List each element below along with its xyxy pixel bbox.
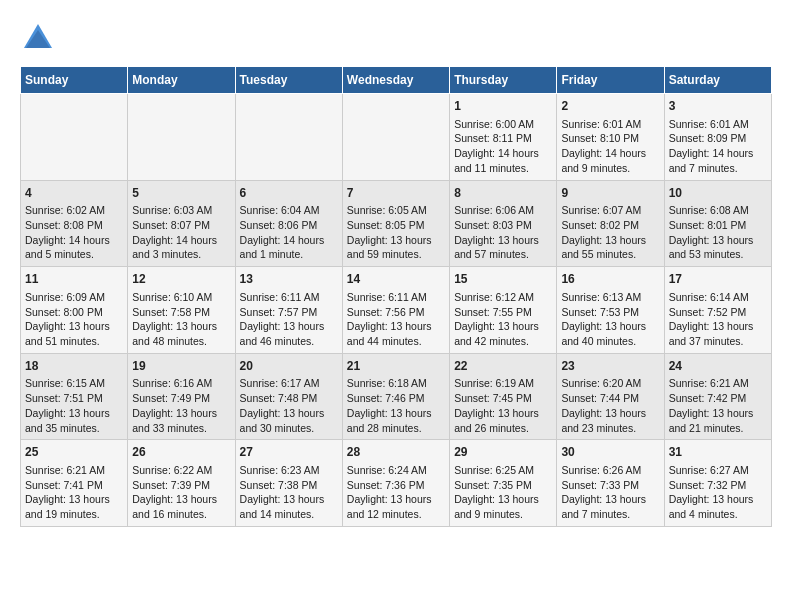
day-info: Daylight: 13 hours [561,233,659,248]
day-number: 26 [132,444,230,461]
day-info: and 4 minutes. [669,507,767,522]
calendar-table: SundayMondayTuesdayWednesdayThursdayFrid… [20,66,772,527]
calendar-cell: 29Sunrise: 6:25 AMSunset: 7:35 PMDayligh… [450,440,557,527]
day-info: Sunset: 8:07 PM [132,218,230,233]
day-info: Sunrise: 6:17 AM [240,376,338,391]
day-info: and 7 minutes. [669,161,767,176]
day-info: Sunset: 7:51 PM [25,391,123,406]
calendar-cell [128,94,235,181]
day-header-wednesday: Wednesday [342,67,449,94]
day-info: Sunrise: 6:01 AM [561,117,659,132]
day-number: 21 [347,358,445,375]
day-info: Sunset: 8:05 PM [347,218,445,233]
day-info: Sunset: 7:32 PM [669,478,767,493]
day-info: Daylight: 13 hours [132,492,230,507]
day-info: and 48 minutes. [132,334,230,349]
calendar-cell: 22Sunrise: 6:19 AMSunset: 7:45 PMDayligh… [450,353,557,440]
day-number: 14 [347,271,445,288]
day-info: Daylight: 13 hours [347,492,445,507]
day-info: Sunset: 8:02 PM [561,218,659,233]
day-info: Sunrise: 6:01 AM [669,117,767,132]
day-info: Daylight: 13 hours [240,319,338,334]
calendar-cell: 31Sunrise: 6:27 AMSunset: 7:32 PMDayligh… [664,440,771,527]
day-number: 18 [25,358,123,375]
day-number: 27 [240,444,338,461]
day-info: Sunrise: 6:10 AM [132,290,230,305]
day-info: Daylight: 14 hours [561,146,659,161]
day-info: and 14 minutes. [240,507,338,522]
day-info: Sunset: 7:49 PM [132,391,230,406]
day-info: Sunset: 7:55 PM [454,305,552,320]
day-info: Sunset: 8:09 PM [669,131,767,146]
day-info: and 42 minutes. [454,334,552,349]
day-info: and 1 minute. [240,247,338,262]
calendar-week-2: 4Sunrise: 6:02 AMSunset: 8:08 PMDaylight… [21,180,772,267]
day-info: Sunrise: 6:27 AM [669,463,767,478]
page-header [20,20,772,56]
day-info: Sunrise: 6:15 AM [25,376,123,391]
day-info: Sunset: 8:03 PM [454,218,552,233]
day-info: and 12 minutes. [347,507,445,522]
day-info: Sunrise: 6:22 AM [132,463,230,478]
day-info: and 55 minutes. [561,247,659,262]
day-number: 6 [240,185,338,202]
day-info: Sunrise: 6:21 AM [25,463,123,478]
logo-icon [20,20,56,56]
day-info: Sunset: 7:39 PM [132,478,230,493]
calendar-cell: 3Sunrise: 6:01 AMSunset: 8:09 PMDaylight… [664,94,771,181]
day-info: Sunset: 7:46 PM [347,391,445,406]
day-number: 2 [561,98,659,115]
day-info: Sunrise: 6:14 AM [669,290,767,305]
calendar-cell: 12Sunrise: 6:10 AMSunset: 7:58 PMDayligh… [128,267,235,354]
day-info: Sunset: 8:08 PM [25,218,123,233]
day-number: 25 [25,444,123,461]
calendar-cell: 19Sunrise: 6:16 AMSunset: 7:49 PMDayligh… [128,353,235,440]
day-info: Daylight: 13 hours [347,233,445,248]
day-info: Daylight: 13 hours [669,492,767,507]
day-header-monday: Monday [128,67,235,94]
day-info: Daylight: 13 hours [561,492,659,507]
day-info: and 53 minutes. [669,247,767,262]
day-info: Daylight: 14 hours [132,233,230,248]
calendar-cell: 13Sunrise: 6:11 AMSunset: 7:57 PMDayligh… [235,267,342,354]
day-number: 1 [454,98,552,115]
day-info: Sunset: 7:52 PM [669,305,767,320]
calendar-cell: 15Sunrise: 6:12 AMSunset: 7:55 PMDayligh… [450,267,557,354]
day-info: Daylight: 14 hours [240,233,338,248]
day-info: Daylight: 13 hours [347,319,445,334]
day-info: Daylight: 13 hours [454,233,552,248]
day-info: Sunrise: 6:16 AM [132,376,230,391]
day-info: Sunset: 8:01 PM [669,218,767,233]
calendar-cell: 4Sunrise: 6:02 AMSunset: 8:08 PMDaylight… [21,180,128,267]
day-info: Daylight: 13 hours [25,492,123,507]
day-info: Sunrise: 6:06 AM [454,203,552,218]
calendar-header-row: SundayMondayTuesdayWednesdayThursdayFrid… [21,67,772,94]
calendar-cell: 27Sunrise: 6:23 AMSunset: 7:38 PMDayligh… [235,440,342,527]
day-header-thursday: Thursday [450,67,557,94]
day-info: Daylight: 13 hours [454,492,552,507]
day-info: Sunrise: 6:19 AM [454,376,552,391]
day-info: Sunset: 7:44 PM [561,391,659,406]
day-info: Daylight: 13 hours [132,406,230,421]
calendar-week-1: 1Sunrise: 6:00 AMSunset: 8:11 PMDaylight… [21,94,772,181]
day-info: Daylight: 13 hours [669,406,767,421]
day-info: Sunrise: 6:12 AM [454,290,552,305]
calendar-cell: 7Sunrise: 6:05 AMSunset: 8:05 PMDaylight… [342,180,449,267]
day-info: Sunset: 8:00 PM [25,305,123,320]
day-info: Sunset: 7:53 PM [561,305,659,320]
day-number: 11 [25,271,123,288]
day-info: and 37 minutes. [669,334,767,349]
day-info: Daylight: 14 hours [25,233,123,248]
day-info: and 28 minutes. [347,421,445,436]
day-number: 23 [561,358,659,375]
day-info: Daylight: 13 hours [347,406,445,421]
day-info: Sunrise: 6:26 AM [561,463,659,478]
day-header-tuesday: Tuesday [235,67,342,94]
day-info: Sunrise: 6:13 AM [561,290,659,305]
day-info: and 46 minutes. [240,334,338,349]
day-number: 30 [561,444,659,461]
day-number: 15 [454,271,552,288]
day-info: Daylight: 13 hours [240,406,338,421]
calendar-cell: 17Sunrise: 6:14 AMSunset: 7:52 PMDayligh… [664,267,771,354]
day-info: and 35 minutes. [25,421,123,436]
